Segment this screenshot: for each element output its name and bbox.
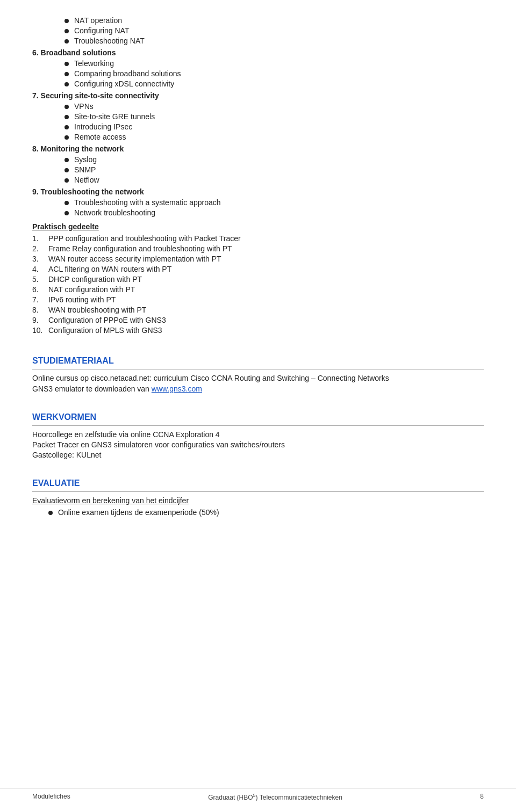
evaluatie-list: Online examen tijdens de examenperiode (… xyxy=(32,508,484,517)
list-item: 1. PPP configuration and troubleshooting… xyxy=(32,234,484,243)
list-item: Remote access xyxy=(64,133,484,141)
list-item: NAT operation xyxy=(64,16,484,25)
bullet-icon xyxy=(64,62,69,66)
list-item: Troubleshooting NAT xyxy=(64,37,484,45)
list-item: 9. Configuration of PPPoE with GNS3 xyxy=(32,316,484,324)
list-item: 7. IPv6 routing with PT xyxy=(32,295,484,304)
list-item: 6. NAT configuration with PT xyxy=(32,285,484,294)
werkvormen-section: WERKVORMEN Hoorcollege en zelfstudie via… xyxy=(32,412,484,459)
bullet-icon xyxy=(48,511,53,515)
section-7: 7. Securing site-to-site connectivity VP… xyxy=(32,91,484,141)
list-item: Comparing broadband solutions xyxy=(64,69,484,78)
section-8-heading: 8. Monitoring the network xyxy=(32,144,484,153)
bullet-icon xyxy=(64,158,69,162)
list-item: VPNs xyxy=(64,102,484,111)
list-item: Online examen tijdens de examenperiode (… xyxy=(48,508,484,517)
gns3-link[interactable]: www.gns3.com xyxy=(152,385,202,393)
section-9-list: Troubleshooting with a systematic approa… xyxy=(32,198,484,217)
section-7-heading: 7. Securing site-to-site connectivity xyxy=(32,91,484,100)
divider xyxy=(32,425,484,426)
bullet-icon xyxy=(64,29,69,33)
list-item: Syslog xyxy=(64,155,484,164)
list-item: Configuring xDSL connectivity xyxy=(64,79,484,88)
bullet-icon xyxy=(64,211,69,215)
list-item: 5. DHCP configuration with PT xyxy=(32,275,484,284)
list-item: Troubleshooting with a systematic approa… xyxy=(64,198,484,207)
bullet-icon xyxy=(64,201,69,205)
section-7-list: VPNs Site-to-site GRE tunnels Introducin… xyxy=(32,102,484,141)
bullet-icon xyxy=(64,72,69,76)
section-6: 6. Broadband solutions Teleworking Compa… xyxy=(32,48,484,88)
list-item: Site-to-site GRE tunnels xyxy=(64,112,484,121)
bullet-icon xyxy=(64,178,69,183)
werkvormen-title: WERKVORMEN xyxy=(32,412,484,422)
bullet-icon xyxy=(64,82,69,86)
section-6-heading: 6. Broadband solutions xyxy=(32,48,484,57)
evaluatie-section: EVALUATIE Evaluatievorm en berekening va… xyxy=(32,479,484,517)
praktisch-section: Praktisch gedeelte 1. PPP configuration … xyxy=(32,222,484,335)
list-item: 4. ACL filtering on WAN routers with PT xyxy=(32,265,484,273)
top-bullet-list: NAT operation Configuring NAT Troublesho… xyxy=(32,16,484,45)
studiemateriaal-line1: Online cursus op cisco.netacad.net: curr… xyxy=(32,374,484,382)
section-9: 9. Troubleshooting the network Troublesh… xyxy=(32,187,484,217)
werkvormen-line1: Hoorcollege en zelfstudie via online CCN… xyxy=(32,430,484,439)
section-9-heading: 9. Troubleshooting the network xyxy=(32,187,484,196)
evaluatie-title: EVALUATIE xyxy=(32,479,484,488)
divider xyxy=(32,491,484,492)
page-footer: Modulefiches Graduaat (HBO5) Telecommuni… xyxy=(0,788,516,801)
bullet-icon xyxy=(64,115,69,119)
evaluatie-subheading: Evaluatievorm en berekening van het eind… xyxy=(32,496,484,505)
praktisch-list: 1. PPP configuration and troubleshooting… xyxy=(32,234,484,335)
bullet-icon xyxy=(64,19,69,23)
footer-center: Graduaat (HBO5) Telecommunicatietechniek… xyxy=(208,793,342,801)
list-item: 2. Frame Relay configuration and trouble… xyxy=(32,244,484,253)
bullet-icon xyxy=(64,168,69,172)
list-item: 10. Configuration of MPLS with GNS3 xyxy=(32,326,484,335)
list-item: Network troubleshooting xyxy=(64,208,484,217)
studiemateriaal-line2: GNS3 emulator te downloaden van www.gns3… xyxy=(32,385,484,393)
list-item: SNMP xyxy=(64,165,484,174)
list-item: 3. WAN router access security implementa… xyxy=(32,255,484,263)
divider xyxy=(32,369,484,369)
werkvormen-line3: Gastcollege: KULnet xyxy=(32,451,484,459)
list-item: 8. WAN troubleshooting with PT xyxy=(32,306,484,314)
list-item: Teleworking xyxy=(64,59,484,68)
praktisch-heading: Praktisch gedeelte xyxy=(32,222,484,231)
bullet-icon xyxy=(64,125,69,129)
werkvormen-line2: Packet Tracer en GNS3 simulatoren voor c… xyxy=(32,440,484,449)
bullet-icon xyxy=(64,39,69,44)
page-content: NAT operation Configuring NAT Troublesho… xyxy=(0,0,516,593)
studiemateriaal-title: STUDIEMATERIAAL xyxy=(32,356,484,366)
studiemateriaal-section: STUDIEMATERIAAL Online cursus op cisco.n… xyxy=(32,356,484,393)
section-8: 8. Monitoring the network Syslog SNMP Ne… xyxy=(32,144,484,184)
bullet-icon xyxy=(64,135,69,140)
section-6-list: Teleworking Comparing broadband solution… xyxy=(32,59,484,88)
bullet-icon xyxy=(64,105,69,109)
list-item: Introducing IPsec xyxy=(64,122,484,131)
section-8-list: Syslog SNMP Netflow xyxy=(32,155,484,184)
footer-left: Modulefiches xyxy=(32,793,70,801)
list-item: Netflow xyxy=(64,176,484,184)
list-item: Configuring NAT xyxy=(64,26,484,35)
footer-right: 8 xyxy=(480,793,484,801)
